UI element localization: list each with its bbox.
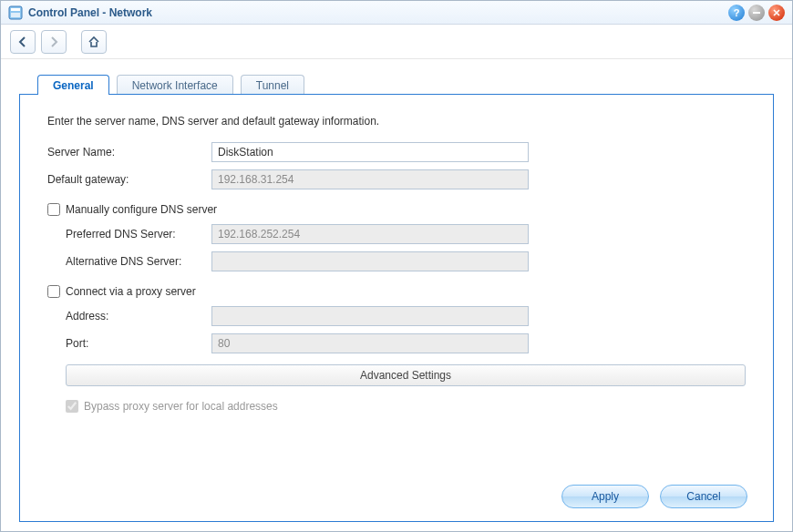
advanced-settings-button[interactable]: Advanced Settings xyxy=(66,364,746,386)
forward-button[interactable] xyxy=(41,30,67,54)
bypass-row: Bypass proxy server for local addresses xyxy=(47,395,746,417)
tab-network-interface[interactable]: Network Interface xyxy=(117,75,233,95)
home-button[interactable] xyxy=(81,30,107,54)
proxy-port-row: Port: xyxy=(47,332,746,355)
bypass-label: Bypass proxy server for local addresses xyxy=(84,400,278,413)
panel-description: Enter the server name, DNS server and de… xyxy=(47,115,746,128)
tab-label: General xyxy=(53,79,94,92)
tab-label: Network Interface xyxy=(132,79,218,92)
manual-dns-label: Manually configure DNS server xyxy=(66,203,217,216)
proxy-row: Connect via a proxy server xyxy=(47,281,746,302)
tabs: General Network Interface Tunnel xyxy=(19,72,774,94)
proxy-port-label: Port: xyxy=(66,337,211,350)
preferred-dns-label: Preferred DNS Server: xyxy=(66,228,211,240)
server-name-input[interactable] xyxy=(211,142,529,162)
tab-general[interactable]: General xyxy=(37,75,109,95)
proxy-address-label: Address: xyxy=(66,310,211,322)
back-button[interactable] xyxy=(10,30,36,54)
default-gateway-row: Default gateway: xyxy=(47,168,746,191)
apply-button[interactable]: Apply xyxy=(561,485,649,508)
cancel-button[interactable]: Cancel xyxy=(660,485,747,508)
server-name-row: Server Name: xyxy=(47,140,746,164)
help-button[interactable]: ? xyxy=(728,5,745,21)
bypass-checkbox xyxy=(66,400,78,413)
alternative-dns-input xyxy=(211,251,529,271)
preferred-dns-row: Preferred DNS Server: xyxy=(47,222,746,246)
alternative-dns-row: Alternative DNS Server: xyxy=(47,250,746,273)
server-name-label: Server Name: xyxy=(47,146,211,159)
manual-dns-checkbox[interactable] xyxy=(47,203,60,216)
app-icon xyxy=(8,5,23,20)
svg-rect-1 xyxy=(11,8,20,11)
window-title: Control Panel - Network xyxy=(28,6,152,19)
tab-tunnel[interactable]: Tunnel xyxy=(241,75,304,95)
svg-rect-2 xyxy=(11,13,20,17)
minimize-button[interactable] xyxy=(748,5,765,21)
footer-buttons: Apply Cancel xyxy=(561,485,747,508)
general-panel: Enter the server name, DNS server and de… xyxy=(19,94,774,522)
proxy-address-row: Address: xyxy=(47,304,746,328)
preferred-dns-input xyxy=(211,224,529,244)
titlebar: Control Panel - Network ? xyxy=(1,1,792,25)
nav-toolbar xyxy=(1,25,792,59)
proxy-port-input xyxy=(211,333,529,353)
tab-label: Tunnel xyxy=(256,79,289,92)
manual-dns-row: Manually configure DNS server xyxy=(47,199,746,220)
proxy-label: Connect via a proxy server xyxy=(66,285,196,298)
default-gateway-label: Default gateway: xyxy=(47,173,211,186)
close-button[interactable] xyxy=(768,5,785,21)
alternative-dns-label: Alternative DNS Server: xyxy=(66,255,211,268)
proxy-checkbox[interactable] xyxy=(47,285,60,298)
client-area: General Network Interface Tunnel Enter t… xyxy=(1,59,792,531)
window: Control Panel - Network ? General Networ… xyxy=(0,0,793,532)
default-gateway-input xyxy=(211,169,529,189)
svg-rect-3 xyxy=(753,12,760,14)
proxy-address-input xyxy=(211,306,529,326)
